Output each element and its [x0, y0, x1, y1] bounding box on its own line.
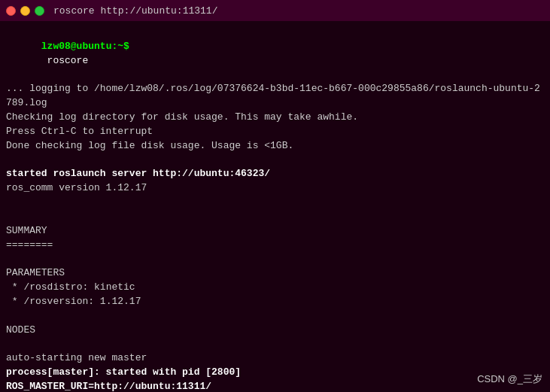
check-line: Checking log directory for disk usage. T… — [6, 111, 544, 125]
process-master-line: process[master]: started with pid [2800] — [6, 366, 544, 380]
prompt-text: lzw08@ubuntu:~$ — [41, 41, 129, 52]
ros-master-uri-line: ROS_MASTER_URI=http://ubuntu:11311/ — [6, 380, 544, 392]
titlebar: roscore http://ubuntu:11311/ — [0, 0, 550, 21]
blank4 — [6, 253, 544, 267]
window-title: roscore http://ubuntu:11311/ — [53, 5, 217, 17]
blank3 — [6, 210, 544, 224]
summary-line: SUMMARY — [6, 224, 544, 239]
terminal-window: roscore http://ubuntu:11311/ lzw08@ubunt… — [0, 0, 550, 392]
ros-comm-line: ros_comm version 1.12.17 — [6, 181, 544, 196]
maximize-button[interactable] — [35, 6, 44, 16]
log-line: ... logging to /home/lzw08/.ros/log/0737… — [6, 82, 544, 111]
watermark: CSDN @_三岁 — [477, 372, 542, 386]
blank2 — [6, 196, 544, 210]
parameters-line: PARAMETERS — [6, 266, 544, 281]
minimize-button[interactable] — [20, 6, 30, 16]
nodes-line: NODES — [6, 324, 544, 338]
equals-line: ======== — [6, 239, 544, 253]
blank5 — [6, 309, 544, 324]
terminal-body[interactable]: lzw08@ubuntu:~$ roscore ... logging to /… — [0, 21, 550, 392]
done-line: Done checking log file disk usage. Usage… — [6, 139, 544, 153]
command-text: roscore — [41, 55, 88, 66]
rosversion-line: * /rosversion: 1.12.17 — [6, 295, 544, 309]
blank1 — [6, 153, 544, 168]
rosdistro-line: * /rosdistro: kinetic — [6, 281, 544, 295]
prompt-line: lzw08@ubuntu:~$ roscore — [6, 26, 544, 82]
auto-start-line: auto-starting new master — [6, 351, 544, 366]
blank6 — [6, 338, 544, 352]
close-button[interactable] — [6, 6, 16, 16]
ctrl-c-line: Press Ctrl-C to interrupt — [6, 125, 544, 139]
started-line: started roslaunch server http://ubuntu:4… — [6, 167, 544, 181]
